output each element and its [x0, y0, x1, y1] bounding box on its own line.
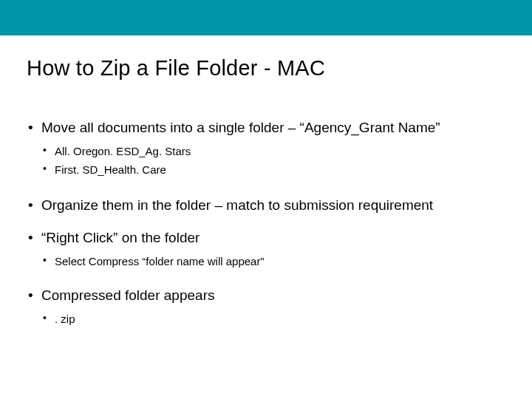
- sub-bullet-item: All. Oregon. ESD_Ag. Stars: [43, 143, 532, 159]
- bullet-item: Organize them in the folder – match to s…: [28, 197, 532, 215]
- slide-content: Move all documents into a single folder …: [0, 81, 532, 327]
- bullet-text: Organize them in the folder – match to s…: [41, 197, 433, 213]
- bullet-text: Compressed folder appears: [41, 287, 214, 303]
- bullet-item: Move all documents into a single folder …: [28, 119, 532, 177]
- bullet-item: Compressed folder appears . zip: [28, 287, 532, 327]
- page-title: How to Zip a File Folder - MAC: [0, 35, 532, 81]
- sub-bullet-item: . zip: [43, 311, 532, 327]
- bullet-text: “Right Click” on the folder: [41, 230, 200, 245]
- bullet-item: “Right Click” on the folder Select Compr…: [28, 229, 532, 269]
- sub-bullet-item: First. SD_Health. Care: [43, 162, 532, 177]
- header-bar: [0, 0, 532, 35]
- bullet-text: Move all documents into a single folder …: [41, 120, 440, 135]
- sub-bullet-item: Select Compress “folder name will appear…: [43, 253, 532, 269]
